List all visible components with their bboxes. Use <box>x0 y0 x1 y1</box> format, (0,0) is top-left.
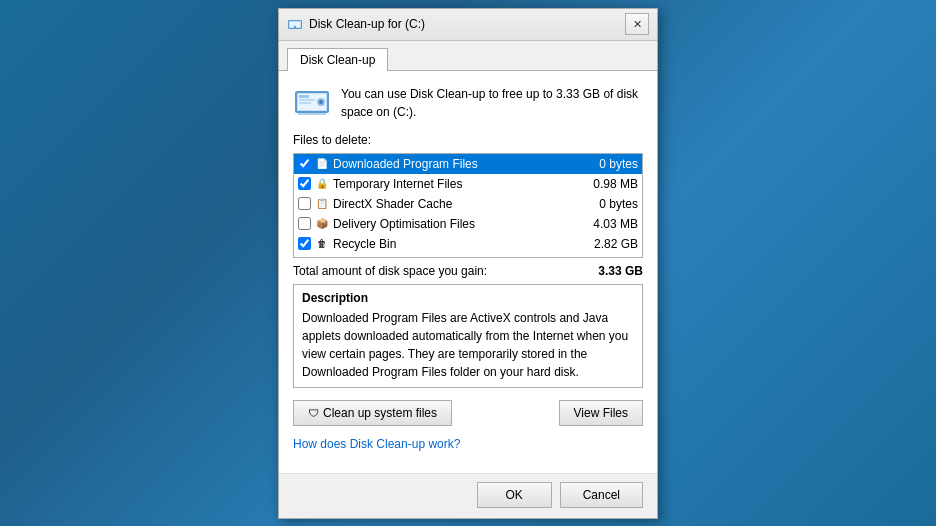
drive-icon <box>293 83 331 121</box>
svg-rect-12 <box>298 113 326 115</box>
total-value: 3.33 GB <box>598 264 643 278</box>
description-text: Downloaded Program Files are ActiveX con… <box>302 309 634 381</box>
disk-cleanup-icon <box>287 16 303 32</box>
tab-bar: Disk Clean-up <box>279 41 657 71</box>
file-checkbox-1[interactable] <box>298 177 311 190</box>
cancel-button[interactable]: Cancel <box>560 482 643 508</box>
cleanup-system-files-button[interactable]: 🛡 Clean up system files <box>293 400 452 426</box>
svg-rect-9 <box>299 102 311 104</box>
svg-rect-8 <box>299 99 315 101</box>
help-link[interactable]: How does Disk Clean-up work? <box>293 437 460 451</box>
table-row[interactable]: 🗑 Recycle Bin 2.82 GB <box>294 234 642 254</box>
title-bar: Disk Clean-up for (C:) ✕ <box>279 9 657 41</box>
description-label: Description <box>302 291 634 305</box>
help-link-row: How does Disk Clean-up work? <box>293 436 643 451</box>
footer-buttons: OK Cancel <box>279 473 657 518</box>
table-row[interactable]: 📋 DirectX Shader Cache 0 bytes <box>294 194 642 214</box>
file-icon-0: 📄 <box>315 157 329 171</box>
file-list[interactable]: 📄 Downloaded Program Files 0 bytes 🔒 Tem… <box>293 153 643 258</box>
table-row[interactable]: 🔒 Temporary Internet Files 0.98 MB <box>294 174 642 194</box>
table-row[interactable]: 📄 Downloaded Program Files 0 bytes <box>294 154 642 174</box>
files-label: Files to delete: <box>293 133 643 147</box>
total-label: Total amount of disk space you gain: <box>293 264 487 278</box>
tab-disk-cleanup[interactable]: Disk Clean-up <box>287 48 388 71</box>
svg-point-11 <box>319 100 323 104</box>
shield-icon: 🛡 <box>308 407 319 419</box>
file-icon-1: 🔒 <box>315 177 329 191</box>
info-text: You can use Disk Clean-up to free up to … <box>341 83 643 121</box>
view-files-button[interactable]: View Files <box>559 400 643 426</box>
svg-rect-7 <box>299 95 309 98</box>
ok-button[interactable]: OK <box>477 482 552 508</box>
svg-point-3 <box>294 26 296 28</box>
file-checkbox-3[interactable] <box>298 217 311 230</box>
close-button[interactable]: ✕ <box>625 13 649 35</box>
file-icon-2: 📋 <box>315 197 329 211</box>
info-row: You can use Disk Clean-up to free up to … <box>293 83 643 121</box>
file-checkbox-2[interactable] <box>298 197 311 210</box>
disk-cleanup-dialog: Disk Clean-up for (C:) ✕ Disk Clean-up <box>278 8 658 519</box>
file-icon-3: 📦 <box>315 217 329 231</box>
total-row: Total amount of disk space you gain: 3.3… <box>293 258 643 284</box>
description-box: Description Downloaded Program Files are… <box>293 284 643 388</box>
dialog-title: Disk Clean-up for (C:) <box>309 17 625 31</box>
file-checkbox-0[interactable] <box>298 157 311 170</box>
main-content: You can use Disk Clean-up to free up to … <box>279 71 657 473</box>
file-checkbox-4[interactable] <box>298 237 311 250</box>
action-buttons: 🛡 Clean up system files View Files <box>293 400 643 426</box>
table-row[interactable]: 📦 Delivery Optimisation Files 4.03 MB <box>294 214 642 234</box>
file-icon-4: 🗑 <box>315 237 329 251</box>
